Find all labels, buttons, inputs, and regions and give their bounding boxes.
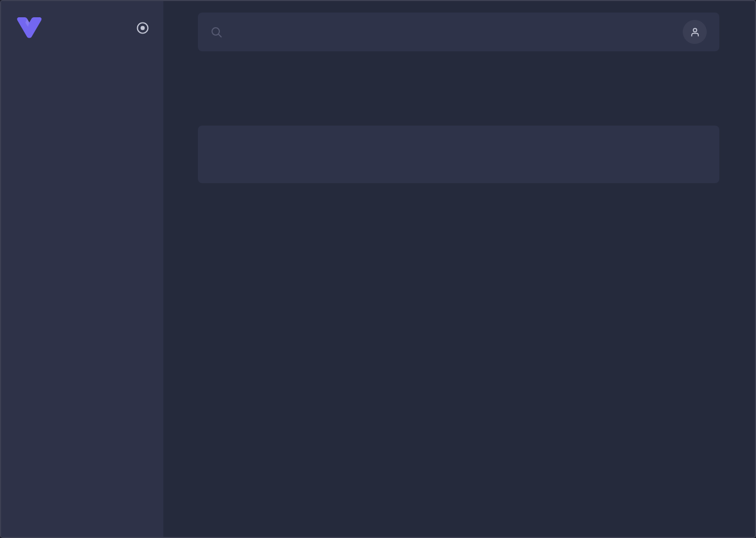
person-icon: [689, 26, 701, 38]
user-avatar[interactable]: [683, 20, 707, 44]
main-content: [163, 1, 755, 537]
radio-pin-icon[interactable]: [136, 21, 150, 35]
vuexy-logo-icon: [16, 17, 43, 39]
footer: [198, 126, 719, 183]
app-window: [0, 0, 756, 538]
search-navbar: [198, 13, 719, 51]
sidebar-header: [1, 1, 163, 39]
breadcrumb: [198, 76, 719, 86]
search-icon[interactable]: [210, 26, 223, 38]
sidebar-menu: [1, 39, 163, 48]
sidebar: [1, 1, 163, 537]
